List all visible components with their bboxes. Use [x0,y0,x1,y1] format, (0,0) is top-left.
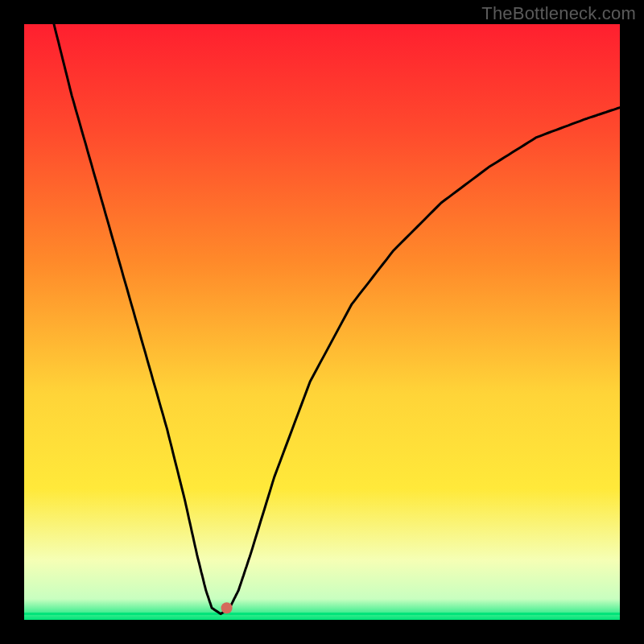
optimal-point-marker [221,602,233,613]
chart-plot-area [24,24,620,620]
watermark-text: TheBottleneck.com [481,3,636,24]
bottleneck-chart [0,0,644,644]
chart-frame: TheBottleneck.com [0,0,644,644]
